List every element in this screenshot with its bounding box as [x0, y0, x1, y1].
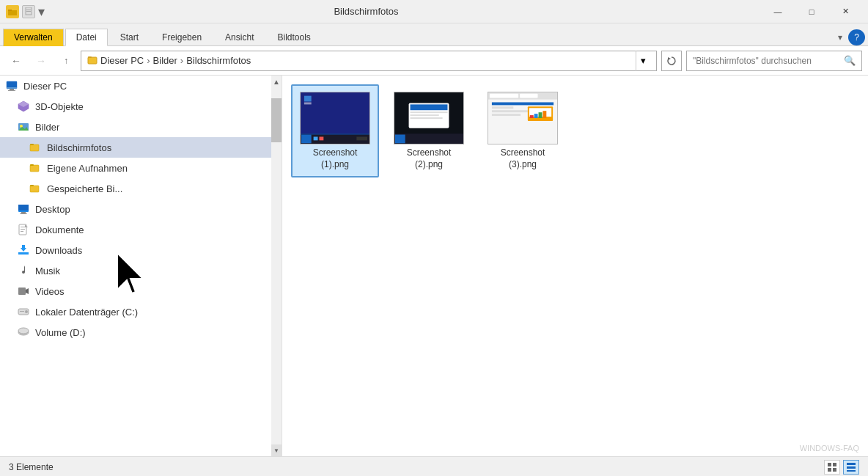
address-bildschirmfotos[interactable]: Bildschirmfotos	[186, 55, 251, 66]
file-item-2[interactable]: Screenshot (2).png	[385, 84, 473, 177]
svg-rect-55	[411, 104, 448, 110]
scroll-down-arrow[interactable]: ▼	[271, 444, 282, 456]
list-view-button[interactable]	[843, 460, 859, 475]
ribbon-tab-bar: Verwalten Datei Start Freigeben Ansicht …	[0, 23, 868, 45]
search-icon: 🔍	[844, 55, 856, 66]
file-name-1: Screenshot (1).png	[313, 147, 358, 170]
close-button[interactable]: ✕	[828, 0, 862, 23]
search-box[interactable]: 🔍	[686, 51, 862, 71]
svg-rect-11	[8, 90, 15, 91]
svg-rect-71	[530, 115, 534, 118]
maximize-button[interactable]: □	[795, 0, 828, 23]
file-name-2: Screenshot (2).png	[407, 147, 452, 170]
svg-rect-6	[88, 56, 92, 58]
up-button[interactable]: ↑	[56, 51, 76, 71]
forward-button[interactable]: →	[31, 51, 51, 71]
svg-rect-32	[18, 252, 29, 255]
sidebar-scroll-up[interactable]: ▲	[271, 76, 282, 87]
refresh-button[interactable]	[661, 51, 682, 71]
address-box[interactable]: Dieser PC › Bilder › Bildschirmfotos ▾	[81, 51, 657, 71]
svg-rect-10	[10, 89, 14, 90]
file-thumbnail-3	[488, 92, 558, 144]
svg-rect-68	[492, 114, 521, 116]
bildschirmfotos-icon	[29, 142, 41, 153]
svg-rect-79	[847, 463, 856, 465]
dieser-pc-icon	[6, 80, 18, 92]
svg-rect-77	[828, 468, 831, 472]
tab-start[interactable]: Start	[109, 29, 150, 45]
address-icon	[87, 54, 98, 67]
sidebar-label-musik: Musik	[35, 266, 60, 277]
sidebar-item-3d-objekte[interactable]: 3D-Objekte	[0, 96, 271, 117]
search-input[interactable]	[693, 56, 839, 66]
sidebar-item-downloads[interactable]: Downloads	[0, 240, 271, 260]
svg-rect-73	[539, 112, 542, 118]
sidebar-scrollbar[interactable]: ▲ ▼	[271, 76, 282, 456]
sidebar-item-lokaler-datentraeger[interactable]: Lokaler Datenträger (C:)	[0, 301, 271, 322]
svg-rect-78	[833, 468, 836, 472]
title-bar: ▾ Bildschirmfotos — □ ✕	[0, 0, 868, 23]
sidebar-item-bildschirmfotos[interactable]: Bildschirmfotos	[0, 137, 271, 158]
svg-rect-66	[492, 106, 513, 109]
file-item-3[interactable]: Screenshot (3).png	[479, 84, 567, 177]
file-name-3: Screenshot (3).png	[501, 147, 545, 170]
file-item-1[interactable]: Screenshot (1).png	[291, 84, 379, 177]
tab-freigeben[interactable]: Freigeben	[151, 29, 213, 45]
svg-point-41	[18, 328, 29, 334]
svg-rect-76	[833, 463, 836, 466]
tab-verwalten[interactable]: Verwalten	[3, 29, 64, 46]
sidebar-item-gespeicherte-bilder[interactable]: Gespeicherte Bi...	[0, 178, 271, 199]
sidebar-item-dieser-pc[interactable]: Dieser PC	[0, 76, 271, 96]
svg-rect-30	[21, 231, 23, 232]
grid-view-button[interactable]	[824, 460, 840, 475]
tab-bildtools[interactable]: Bildtools	[266, 29, 321, 45]
3d-objekte-icon	[18, 100, 29, 112]
svg-rect-45	[301, 135, 312, 144]
svg-rect-74	[542, 111, 546, 118]
status-bar: 3 Elemente	[0, 456, 868, 476]
sidebar-item-musik[interactable]: Musik	[0, 260, 271, 281]
address-dropdown-button[interactable]: ▾	[636, 51, 650, 71]
svg-point-38	[25, 310, 28, 313]
sidebar-label-downloads: Downloads	[35, 245, 82, 256]
help-button[interactable]: ?	[848, 29, 865, 45]
svg-rect-46	[314, 136, 318, 140]
svg-rect-26	[20, 213, 27, 214]
view-controls	[824, 460, 859, 475]
svg-rect-25	[21, 212, 26, 213]
bilder-icon	[18, 121, 29, 133]
window-title: Bildschirmfotos	[0, 6, 761, 17]
svg-rect-22	[30, 185, 34, 186]
content-area: Screenshot (1).png	[282, 76, 868, 456]
sidebar-label-eigene-aufnahmen: Eigene Aufnahmen	[47, 163, 128, 174]
address-dieser-pc[interactable]: Dieser PC	[100, 55, 144, 66]
svg-rect-72	[534, 114, 538, 118]
sidebar-item-dokumente[interactable]: Dokumente	[0, 219, 271, 240]
main-area: ▲ Dieser PC	[0, 76, 868, 456]
sidebar-label-dokumente: Dokumente	[35, 224, 84, 235]
eigene-aufnahmen-icon	[29, 162, 41, 174]
ribbon-collapse[interactable]: ▾	[832, 29, 848, 45]
minimize-button[interactable]: —	[761, 0, 795, 23]
svg-rect-18	[30, 144, 34, 145]
svg-rect-58	[411, 117, 443, 119]
sidebar-item-bilder[interactable]: Bilder	[0, 117, 271, 137]
address-bar-row: ← → ↑ Dieser PC › Bilder › Bildschirmfot…	[0, 46, 868, 76]
ribbon: Verwalten Datei Start Freigeben Ansicht …	[0, 23, 868, 46]
gespeicherte-bilder-icon	[29, 183, 41, 194]
sidebar-item-eigene-aufnahmen[interactable]: Eigene Aufnahmen	[0, 158, 271, 178]
svg-rect-29	[21, 229, 25, 230]
svg-rect-51	[301, 134, 369, 135]
sidebar-item-videos[interactable]: Videos	[0, 281, 271, 301]
sidebar-label-bildschirmfotos: Bildschirmfotos	[47, 142, 111, 153]
tab-datei[interactable]: Datei	[65, 29, 108, 46]
scroll-thumb[interactable]	[271, 98, 282, 142]
sidebar-item-desktop[interactable]: Desktop	[0, 199, 271, 219]
file-thumbnail-1	[300, 92, 370, 144]
address-bilder[interactable]: Bilder	[153, 55, 177, 66]
back-button[interactable]: ←	[6, 51, 26, 71]
dokumente-icon	[18, 224, 29, 235]
sidebar-item-volume-d[interactable]: Volume (D:)	[0, 322, 271, 343]
svg-rect-9	[7, 81, 17, 87]
tab-ansicht[interactable]: Ansicht	[214, 29, 265, 45]
